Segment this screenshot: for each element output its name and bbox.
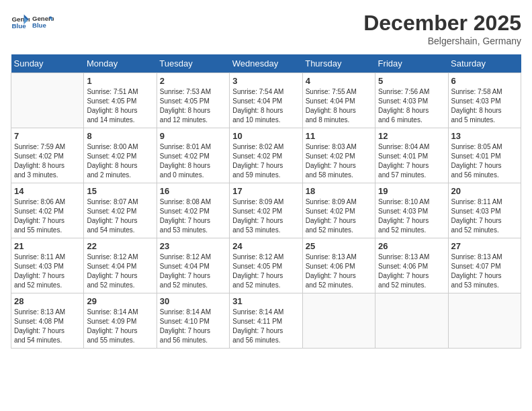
calendar-cell: 15Sunrise: 8:07 AM Sunset: 4:02 PM Dayli… xyxy=(84,183,157,238)
calendar-cell: 24Sunrise: 8:12 AM Sunset: 4:05 PM Dayli… xyxy=(230,238,302,293)
day-info: Sunrise: 8:14 AM Sunset: 4:11 PM Dayligh… xyxy=(232,308,299,345)
logo-bird-icon: General Blue xyxy=(32,11,54,32)
calendar-cell: 13Sunrise: 8:05 AM Sunset: 4:01 PM Dayli… xyxy=(448,128,521,183)
week-row-2: 7Sunrise: 7:59 AM Sunset: 4:02 PM Daylig… xyxy=(11,128,521,183)
calendar-cell: 26Sunrise: 8:13 AM Sunset: 4:06 PM Dayli… xyxy=(375,238,448,293)
day-info: Sunrise: 8:12 AM Sunset: 4:04 PM Dayligh… xyxy=(160,253,226,290)
logo: General Blue General Blue xyxy=(11,11,54,32)
calendar-cell: 9Sunrise: 8:01 AM Sunset: 4:02 PM Daylig… xyxy=(157,128,229,183)
calendar-cell: 8Sunrise: 8:00 AM Sunset: 4:02 PM Daylig… xyxy=(84,128,157,183)
calendar-cell: 16Sunrise: 8:08 AM Sunset: 4:02 PM Dayli… xyxy=(157,183,229,238)
day-info: Sunrise: 8:10 AM Sunset: 4:03 PM Dayligh… xyxy=(378,197,445,235)
week-row-4: 21Sunrise: 8:11 AM Sunset: 4:03 PM Dayli… xyxy=(11,238,521,293)
weekday-header-wednesday: Wednesday xyxy=(230,54,302,73)
day-info: Sunrise: 8:07 AM Sunset: 4:02 PM Dayligh… xyxy=(87,197,153,235)
calendar-cell: 2Sunrise: 7:53 AM Sunset: 4:05 PM Daylig… xyxy=(157,73,229,128)
weekday-header-saturday: Saturday xyxy=(448,54,521,73)
day-info: Sunrise: 8:14 AM Sunset: 4:09 PM Dayligh… xyxy=(87,308,153,345)
calendar-cell: 5Sunrise: 7:56 AM Sunset: 4:03 PM Daylig… xyxy=(375,73,448,128)
day-info: Sunrise: 8:05 AM Sunset: 4:01 PM Dayligh… xyxy=(451,142,518,180)
day-info: Sunrise: 8:09 AM Sunset: 4:02 PM Dayligh… xyxy=(306,197,372,235)
day-info: Sunrise: 8:13 AM Sunset: 4:06 PM Dayligh… xyxy=(306,253,372,290)
day-number: 25 xyxy=(306,241,372,251)
day-number: 18 xyxy=(306,186,372,196)
day-number: 26 xyxy=(378,241,445,251)
day-info: Sunrise: 8:06 AM Sunset: 4:02 PM Dayligh… xyxy=(14,197,81,235)
calendar-cell xyxy=(375,293,448,349)
day-info: Sunrise: 8:12 AM Sunset: 4:05 PM Dayligh… xyxy=(232,253,299,290)
calendar-cell: 30Sunrise: 8:14 AM Sunset: 4:10 PM Dayli… xyxy=(157,293,229,349)
day-number: 12 xyxy=(378,131,445,141)
day-number: 2 xyxy=(160,76,226,86)
calendar-table: SundayMondayTuesdayWednesdayThursdayFrid… xyxy=(11,54,521,349)
calendar-cell: 31Sunrise: 8:14 AM Sunset: 4:11 PM Dayli… xyxy=(230,293,302,349)
day-number: 5 xyxy=(378,76,445,86)
day-number: 11 xyxy=(306,131,372,141)
calendar-cell: 19Sunrise: 8:10 AM Sunset: 4:03 PM Dayli… xyxy=(375,183,448,238)
week-row-1: 1Sunrise: 7:51 AM Sunset: 4:05 PM Daylig… xyxy=(11,73,521,128)
day-number: 10 xyxy=(232,131,299,141)
day-info: Sunrise: 8:01 AM Sunset: 4:02 PM Dayligh… xyxy=(160,142,226,180)
day-info: Sunrise: 8:03 AM Sunset: 4:02 PM Dayligh… xyxy=(306,142,372,180)
calendar-cell: 1Sunrise: 7:51 AM Sunset: 4:05 PM Daylig… xyxy=(84,73,157,128)
day-info: Sunrise: 7:55 AM Sunset: 4:04 PM Dayligh… xyxy=(306,87,372,125)
calendar-cell: 14Sunrise: 8:06 AM Sunset: 4:02 PM Dayli… xyxy=(11,183,84,238)
day-number: 24 xyxy=(232,241,299,251)
day-info: Sunrise: 7:54 AM Sunset: 4:04 PM Dayligh… xyxy=(232,87,299,125)
weekday-header-tuesday: Tuesday xyxy=(157,54,229,73)
day-number: 1 xyxy=(87,76,153,86)
day-number: 9 xyxy=(160,131,226,141)
weekday-header-monday: Monday xyxy=(84,54,157,73)
day-info: Sunrise: 7:53 AM Sunset: 4:05 PM Dayligh… xyxy=(160,87,226,125)
day-number: 19 xyxy=(378,186,445,196)
page-header: General Blue General Blue December 2025 … xyxy=(11,11,521,46)
calendar-cell: 6Sunrise: 7:58 AM Sunset: 4:03 PM Daylig… xyxy=(448,73,521,128)
calendar-cell: 29Sunrise: 8:14 AM Sunset: 4:09 PM Dayli… xyxy=(84,293,157,349)
calendar-cell: 20Sunrise: 8:11 AM Sunset: 4:03 PM Dayli… xyxy=(448,183,521,238)
calendar-cell: 3Sunrise: 7:54 AM Sunset: 4:04 PM Daylig… xyxy=(230,73,302,128)
day-info: Sunrise: 8:04 AM Sunset: 4:01 PM Dayligh… xyxy=(378,142,445,180)
day-info: Sunrise: 8:12 AM Sunset: 4:04 PM Dayligh… xyxy=(87,253,153,290)
day-info: Sunrise: 8:14 AM Sunset: 4:10 PM Dayligh… xyxy=(160,308,226,345)
day-info: Sunrise: 8:02 AM Sunset: 4:02 PM Dayligh… xyxy=(232,142,299,180)
day-number: 17 xyxy=(232,186,299,196)
calendar-cell: 22Sunrise: 8:12 AM Sunset: 4:04 PM Dayli… xyxy=(84,238,157,293)
weekday-header-thursday: Thursday xyxy=(302,54,375,73)
calendar-cell: 25Sunrise: 8:13 AM Sunset: 4:06 PM Dayli… xyxy=(302,238,375,293)
logo-icon: General Blue xyxy=(11,12,30,31)
day-number: 30 xyxy=(160,296,226,306)
day-info: Sunrise: 8:11 AM Sunset: 4:03 PM Dayligh… xyxy=(14,253,81,290)
title-section: December 2025 Belgershain, Germany xyxy=(363,11,521,46)
day-number: 27 xyxy=(451,241,518,251)
week-row-3: 14Sunrise: 8:06 AM Sunset: 4:02 PM Dayli… xyxy=(11,183,521,238)
day-number: 21 xyxy=(14,241,81,251)
day-number: 14 xyxy=(14,186,81,196)
day-number: 22 xyxy=(87,241,153,251)
day-number: 6 xyxy=(451,76,518,86)
calendar-cell: 18Sunrise: 8:09 AM Sunset: 4:02 PM Dayli… xyxy=(302,183,375,238)
day-number: 3 xyxy=(232,76,299,86)
svg-text:Blue: Blue xyxy=(32,21,46,29)
day-info: Sunrise: 8:13 AM Sunset: 4:08 PM Dayligh… xyxy=(14,308,81,345)
day-info: Sunrise: 7:59 AM Sunset: 4:02 PM Dayligh… xyxy=(14,142,81,180)
day-number: 23 xyxy=(160,241,226,251)
day-info: Sunrise: 7:51 AM Sunset: 4:05 PM Dayligh… xyxy=(87,87,153,125)
location-label: Belgershain, Germany xyxy=(363,36,521,46)
calendar-cell: 21Sunrise: 8:11 AM Sunset: 4:03 PM Dayli… xyxy=(11,238,84,293)
weekday-header-friday: Friday xyxy=(375,54,448,73)
calendar-cell: 10Sunrise: 8:02 AM Sunset: 4:02 PM Dayli… xyxy=(230,128,302,183)
calendar-cell: 11Sunrise: 8:03 AM Sunset: 4:02 PM Dayli… xyxy=(302,128,375,183)
week-row-5: 28Sunrise: 8:13 AM Sunset: 4:08 PM Dayli… xyxy=(11,293,521,349)
day-number: 8 xyxy=(87,131,153,141)
calendar-cell xyxy=(11,73,84,128)
day-number: 16 xyxy=(160,186,226,196)
calendar-cell: 7Sunrise: 7:59 AM Sunset: 4:02 PM Daylig… xyxy=(11,128,84,183)
day-number: 13 xyxy=(451,131,518,141)
day-info: Sunrise: 8:08 AM Sunset: 4:02 PM Dayligh… xyxy=(160,197,226,235)
day-info: Sunrise: 7:58 AM Sunset: 4:03 PM Dayligh… xyxy=(451,87,518,125)
calendar-body: 1Sunrise: 7:51 AM Sunset: 4:05 PM Daylig… xyxy=(11,73,521,349)
calendar-cell: 27Sunrise: 8:13 AM Sunset: 4:07 PM Dayli… xyxy=(448,238,521,293)
calendar-cell: 4Sunrise: 7:55 AM Sunset: 4:04 PM Daylig… xyxy=(302,73,375,128)
day-number: 31 xyxy=(232,296,299,306)
day-info: Sunrise: 8:13 AM Sunset: 4:07 PM Dayligh… xyxy=(451,253,518,290)
